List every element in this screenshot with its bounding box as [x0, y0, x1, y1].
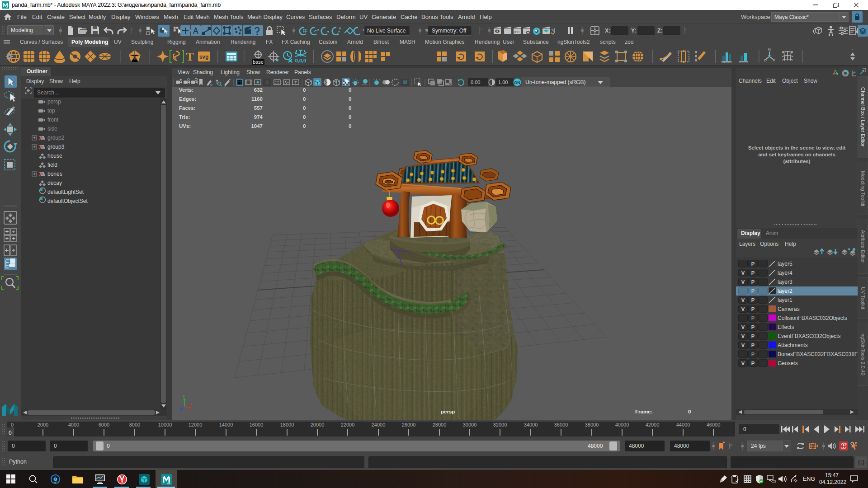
svg-text:defaultLightSet: defaultLightSet	[47, 189, 84, 195]
svg-text:0.00: 0.00	[471, 80, 480, 85]
svg-text:24000: 24000	[372, 422, 386, 427]
svg-text:y: y	[183, 394, 185, 398]
svg-text:svg: svg	[199, 54, 209, 60]
svg-text:12000: 12000	[189, 422, 203, 427]
svg-text:6000: 6000	[99, 422, 109, 427]
svg-text:group2: group2	[47, 135, 65, 141]
svg-text:T: T	[186, 50, 193, 63]
svg-text:18000: 18000	[280, 422, 294, 427]
svg-text:4000: 4000	[68, 422, 79, 427]
svg-text:42000: 42000	[646, 422, 660, 427]
svg-text:base: base	[253, 59, 264, 65]
svg-text:34000: 34000	[524, 422, 538, 427]
svg-text:10000: 10000	[158, 422, 172, 427]
svg-text:26000: 26000	[402, 422, 416, 427]
svg-text:V: V	[773, 58, 775, 62]
svg-text:side: side	[47, 126, 57, 132]
svg-text:front: front	[47, 117, 59, 123]
svg-text:40000: 40000	[615, 422, 629, 427]
svg-text:field: field	[47, 162, 57, 168]
svg-text:Un-tone-mapped (sRGB): Un-tone-mapped (sRGB)	[525, 79, 585, 85]
svg-text:16000: 16000	[250, 422, 264, 427]
svg-text:0: 0	[11, 422, 14, 427]
svg-text:0: 0	[9, 430, 12, 436]
svg-text:28000: 28000	[433, 422, 447, 427]
svg-text:20000: 20000	[311, 422, 325, 427]
svg-text:32000: 32000	[493, 422, 507, 427]
svg-text:22000: 22000	[341, 422, 355, 427]
svg-text:group3: group3	[47, 144, 65, 150]
svg-text:U: U	[764, 58, 767, 62]
svg-text:N: N	[768, 47, 771, 52]
svg-text:T: T	[294, 80, 297, 85]
svg-text:14000: 14000	[219, 422, 233, 427]
svg-text:46000: 46000	[707, 422, 721, 427]
svg-text:36000: 36000	[554, 422, 568, 427]
svg-text:top: top	[47, 108, 55, 114]
svg-text:30000: 30000	[463, 422, 477, 427]
svg-text:bones: bones	[47, 171, 62, 177]
svg-text:decay: decay	[47, 180, 62, 186]
svg-text:8000: 8000	[129, 422, 140, 427]
svg-text:38000: 38000	[585, 422, 599, 427]
svg-text:defaultObjectSet: defaultObjectSet	[47, 198, 88, 204]
svg-text:0,0,0: 0,0,0	[295, 58, 306, 63]
svg-text:2000: 2000	[38, 422, 48, 427]
svg-text:IPR: IPR	[514, 30, 520, 33]
svg-text:house: house	[47, 153, 62, 159]
svg-text:ON: ON	[514, 80, 520, 85]
svg-text:persp: persp	[47, 99, 61, 105]
svg-text:1.00: 1.00	[498, 80, 508, 85]
svg-text:x: x	[189, 402, 192, 406]
svg-text:44000: 44000	[676, 422, 690, 427]
